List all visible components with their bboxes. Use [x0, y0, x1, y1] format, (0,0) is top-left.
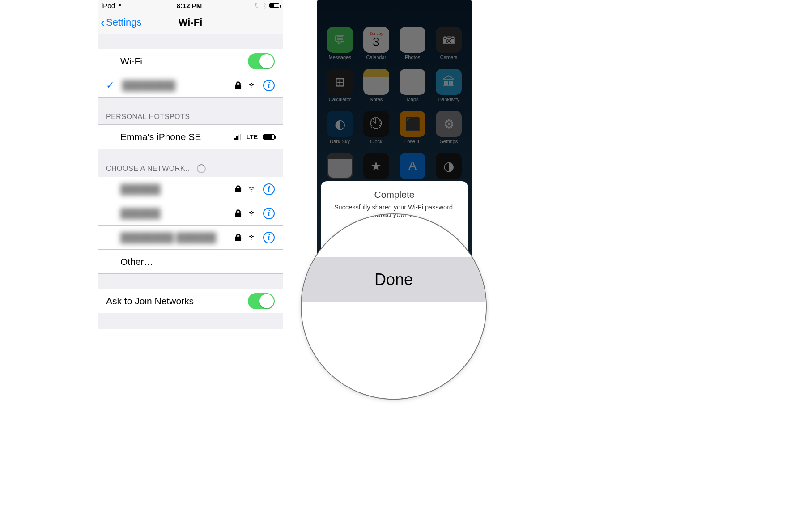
- nav-bar: ‹ Settings Wi-Fi: [98, 11, 283, 34]
- lock-icon: 🔒︎: [234, 208, 243, 219]
- ask-to-join-row: Ask to Join Networks: [98, 289, 283, 313]
- app-darksky[interactable]: ◐Dark Sky: [324, 111, 356, 144]
- wifi-signal-icon: ᯤ: [248, 80, 258, 91]
- share-subtitle: Successfully shared your Wi-Fi password.: [334, 204, 455, 211]
- magnified-done-button[interactable]: Done: [301, 257, 487, 302]
- wifi-signal-icon: ᯤ: [248, 232, 258, 243]
- info-icon[interactable]: i: [263, 208, 275, 219]
- chevron-left-icon: ‹: [101, 16, 105, 29]
- app-maps[interactable]: ➶Maps: [396, 69, 429, 102]
- network-row[interactable]: ████████ ██████ 🔒︎ ᯤ i: [98, 226, 283, 250]
- loading-spinner-icon: [197, 164, 206, 173]
- settings-wifi-screen: iPod ᯤ 8:12 PM ☾ ᛒ ‹ Settings Wi-Fi Wi-F…: [98, 0, 283, 329]
- app-calculator[interactable]: ⊞Calculator: [324, 69, 356, 102]
- dnd-moon-icon: ☾: [254, 1, 260, 9]
- status-bar: iPod ᯤ 8:12 PM ☾ ᛒ: [98, 0, 283, 11]
- network-name: ██████: [120, 208, 234, 219]
- app-clock[interactable]: 🕙︎Clock: [360, 111, 392, 144]
- connected-network-name: ████████: [122, 80, 234, 91]
- info-icon[interactable]: i: [263, 80, 275, 91]
- network-row[interactable]: ██████ 🔒︎ ᯤ i: [98, 201, 283, 226]
- app-messages[interactable]: 💬︎Messages: [324, 27, 356, 60]
- app-notes[interactable]: Notes: [360, 69, 392, 102]
- wifi-switch[interactable]: [248, 53, 275, 69]
- home-grid: 💬︎Messages Sunday3Calendar ❋Photos 📷︎Cam…: [317, 0, 472, 186]
- network-name: ████████ ██████: [120, 232, 234, 243]
- bluetooth-icon: ᛒ: [263, 2, 267, 9]
- lock-icon: 🔒︎: [234, 80, 243, 91]
- hotspot-lte-label: LTE: [247, 133, 258, 140]
- app-camera[interactable]: 📷︎Camera: [433, 27, 465, 60]
- checkmark-icon: ✓: [106, 80, 116, 91]
- section-choose-network: CHOOSE A NETWORK…: [98, 149, 283, 177]
- device-name: iPod: [102, 2, 115, 9]
- wifi-signal-icon: ᯤ: [248, 184, 258, 195]
- cell-signal-icon: [234, 134, 241, 140]
- ask-to-join-label: Ask to Join Networks: [106, 296, 248, 306]
- network-row[interactable]: ██████ 🔒︎ ᯤ i: [98, 177, 283, 201]
- lock-icon: 🔒︎: [234, 184, 243, 195]
- app-settings[interactable]: ⚙︎Settings: [433, 111, 465, 144]
- app-loseit[interactable]: ⬛Lose It!: [396, 111, 429, 144]
- other-network-row[interactable]: Other…: [98, 250, 283, 274]
- hotspot-name: Emma's iPhone SE: [120, 132, 234, 142]
- back-label: Settings: [106, 17, 142, 28]
- other-label: Other…: [120, 256, 275, 267]
- nav-title: Wi-Fi: [179, 17, 203, 28]
- wifi-icon: ᯤ: [118, 2, 124, 9]
- wifi-toggle-row: Wi-Fi: [98, 49, 283, 73]
- wifi-signal-icon: ᯤ: [248, 208, 258, 219]
- battery-icon: [269, 3, 279, 8]
- share-title: Complete: [374, 189, 415, 200]
- network-name: ██████: [120, 184, 234, 195]
- status-time: 8:12 PM: [177, 2, 202, 9]
- wifi-toggle-label: Wi-Fi: [120, 56, 248, 67]
- info-icon[interactable]: i: [263, 232, 275, 243]
- hotspot-battery-icon: [263, 134, 275, 140]
- ask-to-join-switch[interactable]: [248, 293, 275, 309]
- app-calendar[interactable]: Sunday3Calendar: [360, 27, 392, 60]
- lock-icon: 🔒︎: [234, 232, 243, 243]
- app-photos[interactable]: ❋Photos: [396, 27, 429, 60]
- section-gap: [98, 274, 283, 289]
- info-icon[interactable]: i: [263, 183, 275, 195]
- magnifier-circle: Complete Successfully shared your Wi-Fi …: [301, 213, 487, 400]
- section-gap: [98, 34, 283, 49]
- app-banktivity[interactable]: 🏛︎Banktivity: [433, 69, 465, 102]
- section-personal-hotspots: PERSONAL HOTSPOTS: [98, 98, 283, 125]
- back-button[interactable]: ‹ Settings: [98, 16, 142, 29]
- connected-network-row[interactable]: ✓ ████████ 🔒︎ ᯤ i: [98, 73, 283, 98]
- hotspot-row[interactable]: Emma's iPhone SE LTE: [98, 125, 283, 149]
